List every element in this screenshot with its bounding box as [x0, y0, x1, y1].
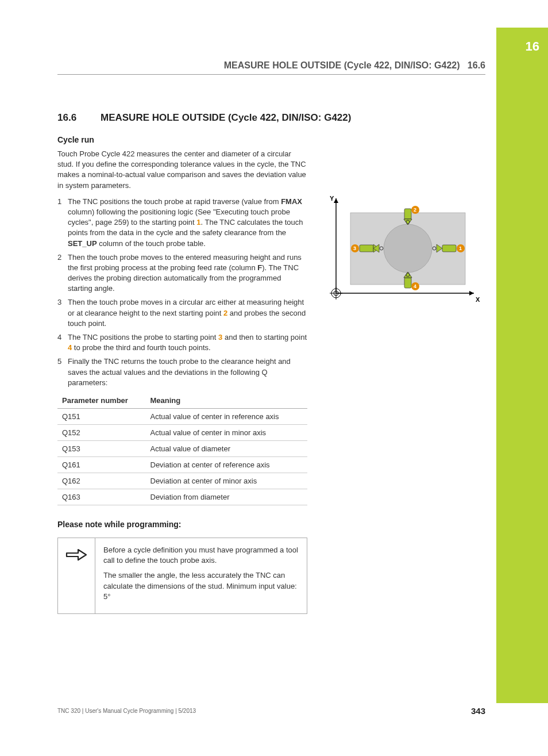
content-area: 16.6 MEASURE HOLE OUTSIDE (Cycle 422, DI… — [57, 112, 485, 614]
list-item: 4 The TNC positions the probe to startin… — [57, 332, 307, 353]
x-axis-label: X — [476, 296, 480, 303]
svg-rect-27 — [404, 278, 411, 288]
right-column: X Y — [325, 135, 485, 614]
list-item: 5 Finally the TNC returns the touch prob… — [57, 356, 307, 388]
note-box: Before a cycle definition you must have … — [57, 538, 307, 614]
table-cell: Deviation from diameter — [146, 489, 308, 505]
table-row: Q161Deviation at center of reference axi… — [57, 456, 307, 473]
list-item: 3 Then the touch probe moves in a circul… — [57, 297, 307, 329]
svg-text:3: 3 — [353, 245, 356, 251]
table-cell: Q163 — [57, 489, 146, 505]
svg-text:4: 4 — [414, 283, 416, 289]
probing-diagram: X Y — [325, 193, 480, 308]
table-row: Q151Actual value of center in reference … — [57, 408, 307, 424]
svg-marker-3 — [334, 198, 338, 203]
table-row: Q152Actual value of center in minor axis — [57, 424, 307, 440]
note-arrow-icon — [58, 538, 95, 613]
note-text: Before a cycle definition you must have … — [95, 538, 307, 613]
svg-rect-10 — [442, 245, 456, 252]
table-cell: Deviation at center of reference axis — [146, 456, 308, 473]
list-item: 2 Then the touch probe moves to the ente… — [57, 252, 307, 294]
left-column: Cycle run Touch Probe Cycle 422 measures… — [57, 135, 307, 614]
svg-marker-1 — [469, 291, 474, 296]
table-header: Meaning — [146, 393, 308, 409]
table-cell: Q161 — [57, 456, 146, 473]
svg-text:1: 1 — [459, 245, 462, 251]
note-para: The smaller the angle, the less accurate… — [103, 570, 299, 602]
step-list: 1 The TNC positions the touch probe at r… — [57, 197, 307, 388]
table-row: Q162Deviation at center of minor axis — [57, 473, 307, 489]
parameter-table: Parameter number Meaning Q151Actual valu… — [57, 393, 307, 505]
y-axis-label: Y — [330, 195, 334, 202]
list-item: 1 The TNC positions the touch probe at r… — [57, 197, 307, 249]
svg-rect-21 — [360, 245, 373, 252]
table-row: Q153Actual value of diameter — [57, 440, 307, 456]
footer-text: TNC 320 | User's Manual Cycle Programmin… — [57, 708, 196, 714]
running-header: MEASURE HOLE OUTSIDE (Cycle 422, DIN/ISO… — [57, 60, 485, 75]
section-number: 16.6 — [57, 112, 101, 124]
table-cell: Q153 — [57, 440, 146, 456]
table-cell: Q152 — [57, 424, 146, 440]
chapter-number: 16 — [496, 28, 548, 54]
section-heading: 16.6 MEASURE HOLE OUTSIDE (Cycle 422, DI… — [57, 112, 485, 124]
header-section: 16.6 — [468, 60, 485, 70]
svg-rect-15 — [404, 209, 411, 219]
section-title: MEASURE HOLE OUTSIDE (Cycle 422, DIN/ISO… — [101, 112, 351, 124]
table-cell: Actual value of center in minor axis — [146, 424, 308, 440]
page-number: 343 — [471, 706, 485, 716]
note-heading: Please note while programming: — [57, 520, 307, 529]
probe-1: 1 — [433, 244, 465, 252]
svg-point-9 — [384, 224, 432, 273]
table-cell: Q162 — [57, 473, 146, 489]
svg-text:2: 2 — [414, 207, 416, 213]
chapter-tab: 16 — [496, 28, 548, 703]
table-header-row: Parameter number Meaning — [57, 393, 307, 409]
page-footer: TNC 320 | User's Manual Cycle Programmin… — [57, 706, 485, 716]
intro-paragraph: Touch Probe Cycle 422 measures the cente… — [57, 149, 307, 191]
note-para: Before a cycle definition you must have … — [103, 545, 299, 566]
table-cell: Q151 — [57, 408, 146, 424]
table-cell: Actual value of center in reference axis — [146, 408, 308, 424]
table-header: Parameter number — [57, 393, 146, 409]
cyclerun-heading: Cycle run — [57, 135, 307, 144]
table-cell: Actual value of diameter — [146, 440, 308, 456]
table-row: Q163Deviation from diameter — [57, 489, 307, 505]
header-title: MEASURE HOLE OUTSIDE (Cycle 422, DIN/ISO… — [224, 60, 460, 70]
probe-3: 3 — [351, 244, 383, 252]
page: 16 MEASURE HOLE OUTSIDE (Cycle 422, DIN/… — [0, 0, 548, 756]
table-cell: Deviation at center of minor axis — [146, 473, 308, 489]
